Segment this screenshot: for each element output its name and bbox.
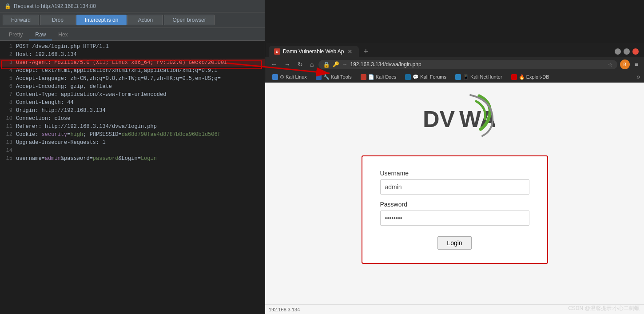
code-line-5: 5 Accept-Language: zh-CN,zh;q=0.8,zh-TW;…	[0, 75, 265, 83]
address-text: 192.168.3.134/dvwa/login.php	[350, 61, 604, 68]
browser-tab-active[interactable]: D Damn Vulnerable Web Ap ✕	[269, 46, 359, 57]
burp-title: Request to http://192.168.3.134:80	[14, 3, 96, 9]
kali-nethunter-favicon	[455, 74, 461, 80]
address-bar-icons: ☆	[608, 61, 613, 68]
login-button[interactable]: Login	[437, 236, 471, 250]
password-label: Password	[380, 201, 529, 208]
kali-tools-favicon	[316, 74, 322, 80]
kali-forums-label: 💬 Kali Forums	[413, 74, 446, 80]
burp-toolbar: Forward Drop Intercept is on Action Open…	[0, 12, 265, 28]
code-line-7: 7 Content-Type: application/x-www-form-u…	[0, 91, 265, 99]
tab-title: Damn Vulnerable Web Ap	[283, 48, 344, 55]
dvwa-logo-container: DV WA	[415, 91, 495, 147]
kali-docs-label: 📄 Kali Docs	[368, 74, 397, 80]
window-controls	[615, 48, 640, 55]
burp-request-body: 1 POST /dvwa/login.php HTTP/1.1 2 Host: …	[0, 41, 265, 314]
dvwa-page: DV WA Username Password Login	[265, 83, 644, 304]
kali-forums-favicon	[405, 74, 411, 80]
more-bookmarks-button[interactable]: »	[636, 73, 640, 81]
code-line-12: 12 Cookie: security=high; PHPSESSID=da68…	[0, 131, 265, 139]
bookmarks-bar: ⚙ Kali Linux 🔧 Kali Tools 📄 Kali Docs 💬 …	[265, 72, 644, 83]
code-line-2: 2 Host: 192.168.3.134	[0, 51, 265, 59]
code-line-10: 10 Connection: close	[0, 115, 265, 123]
kali-docs-favicon	[361, 74, 366, 80]
code-line-1: 1 POST /dvwa/login.php HTTP/1.1	[0, 43, 265, 51]
star-icon[interactable]: ☆	[608, 61, 613, 68]
code-line-11: 11 Referer: http://192.168.3.134/dvwa/lo…	[0, 123, 265, 131]
browser-page: DV WA Username Password Login	[265, 83, 644, 304]
forward-button[interactable]: Forward	[3, 15, 39, 25]
tab-hex[interactable]: Hex	[52, 30, 74, 40]
login-form: Username Password Login	[362, 155, 548, 264]
action-button[interactable]: Action	[127, 15, 163, 25]
lock-icon: 🔒	[4, 3, 11, 9]
menu-button[interactable]: ≡	[632, 60, 640, 69]
code-line-3: 3 User-Agent: Mozilla/5.0 (X11; Linux x8…	[0, 59, 265, 67]
bookmark-exploit-db[interactable]: 🔥 Exploit-DB	[508, 73, 553, 81]
bookmark-kali-linux[interactable]: ⚙ Kali Linux	[269, 73, 310, 81]
exploit-db-favicon	[511, 74, 517, 80]
intercept-button[interactable]: Intercept is on	[76, 15, 127, 25]
burp-panel: 🔒 Request to http://192.168.3.134:80 For…	[0, 0, 265, 314]
bookmark-kali-tools[interactable]: 🔧 Kali Tools	[312, 73, 355, 81]
code-line-6: 6 Accept-Encoding: gzip, deflate	[0, 83, 265, 91]
username-input[interactable]	[380, 179, 529, 195]
code-line-9: 9 Origin: http://192.168.3.134	[0, 107, 265, 115]
home-button[interactable]: ⌂	[308, 60, 316, 69]
username-label: Username	[380, 170, 529, 177]
bookmark-kali-docs[interactable]: 📄 Kali Docs	[357, 73, 400, 81]
minimize-button[interactable]	[615, 48, 621, 55]
statusbar-text: 192.168.3.134	[269, 307, 300, 312]
open-browser-button[interactable]: Open browser	[164, 15, 214, 25]
maximize-button[interactable]	[624, 48, 630, 55]
tab-close-button[interactable]: ✕	[346, 48, 354, 55]
address-bar[interactable]: 🔒 🔑 → 192.168.3.134/dvwa/login.php ☆	[318, 60, 617, 69]
burp-icon[interactable]: B	[620, 60, 630, 69]
code-line-14: 14	[0, 147, 265, 155]
bookmark-kali-nethunter[interactable]: 📱 Kali NetHunter	[452, 73, 506, 81]
code-line-13: 13 Upgrade-Insecure-Requests: 1	[0, 139, 265, 147]
tab-raw[interactable]: Raw	[29, 30, 52, 40]
browser-tabs-bar: D Damn Vulnerable Web Ap ✕ +	[265, 43, 644, 57]
arrow-icon: →	[342, 61, 347, 68]
new-tab-button[interactable]: +	[361, 47, 371, 56]
kali-linux-label: ⚙ Kali Linux	[280, 74, 307, 80]
drop-button[interactable]: Drop	[40, 15, 76, 25]
code-line-4: 4 Accept: text/html,application/xhtml+xm…	[0, 67, 265, 75]
back-button[interactable]: ←	[269, 60, 279, 69]
browser-nav: ← → ↻ ⌂ 🔒 🔑 → 192.168.3.134/dvwa/login.p…	[265, 57, 644, 72]
exploit-db-label: 🔥 Exploit-DB	[519, 74, 549, 80]
tab-pretty[interactable]: Pretty	[3, 30, 29, 40]
dvwa-favicon: D	[274, 48, 280, 55]
forward-nav-button[interactable]: →	[282, 60, 293, 69]
reload-button[interactable]: ↻	[295, 60, 305, 69]
bookmark-kali-forums[interactable]: 💬 Kali Forums	[402, 73, 450, 81]
password-input[interactable]	[380, 211, 529, 226]
lock-nav-icon: 🔒	[323, 61, 330, 68]
kali-tools-label: 🔧 Kali Tools	[323, 74, 352, 80]
browser-chrome: D Damn Vulnerable Web Ap ✕ + ← → ↻ ⌂ 🔒 🔑…	[265, 43, 644, 83]
key-icon: 🔑	[333, 61, 339, 68]
browser-statusbar: 192.168.3.134	[265, 304, 644, 314]
burp-tabs: Pretty Raw Hex	[0, 28, 265, 41]
dvwa-logo: DV WA	[415, 91, 495, 145]
code-line-15: 15 username=admin&password=password&Logi…	[0, 155, 265, 163]
kali-linux-favicon	[272, 74, 278, 80]
browser-panel: D Damn Vulnerable Web Ap ✕ + ← → ↻ ⌂ 🔒 🔑…	[265, 43, 644, 314]
burp-titlebar: 🔒 Request to http://192.168.3.134:80	[0, 0, 265, 12]
svg-text:DV: DV	[423, 106, 455, 132]
kali-nethunter-label: 📱 Kali NetHunter	[463, 74, 502, 80]
code-line-8: 8 Content-Length: 44	[0, 99, 265, 107]
close-button[interactable]	[632, 48, 639, 55]
